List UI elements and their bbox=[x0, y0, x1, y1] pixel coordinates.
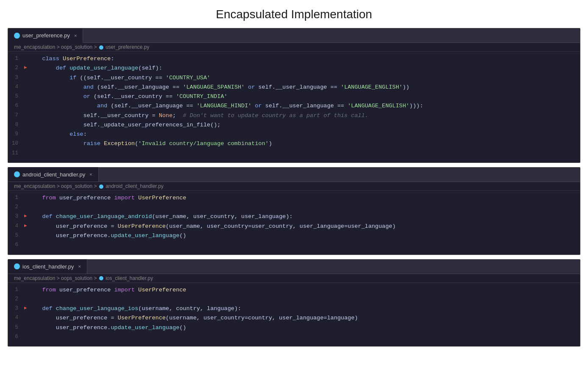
code-line: 5 or (self.__user_country == 'COUNTRY_IN… bbox=[8, 92, 580, 101]
tab-bar-3: ios_client_handler.py × bbox=[8, 260, 580, 274]
code-line: 4 user_preference = UserPreference(usern… bbox=[8, 313, 580, 323]
tab-user-preference[interactable]: user_preference.py × bbox=[8, 28, 83, 43]
tab-bar-1: user_preference.py × bbox=[8, 28, 580, 43]
tab-close-button-2[interactable]: × bbox=[89, 172, 92, 177]
code-line: 1 class UserPreference: bbox=[8, 54, 580, 64]
breadcrumb-text: me_encapsulation > oops_solution > user_… bbox=[14, 44, 150, 50]
tab-android-client[interactable]: android_client_handler.py × bbox=[8, 167, 99, 182]
breadcrumb-text-2: me_encapsulation > oops_solution > andro… bbox=[14, 183, 164, 189]
tab-close-button-3[interactable]: × bbox=[78, 264, 80, 269]
code-line: 4 ▶ user_preference = UserPreference(use… bbox=[8, 222, 580, 231]
code-line: 3 ▶ def change_user_language_android(use… bbox=[8, 212, 580, 221]
editor-panel-ios-client: ios_client_handler.py × me_encapsulation… bbox=[8, 259, 580, 347]
editor-panel-user-preference: user_preference.py × me_encapsulation > … bbox=[8, 28, 580, 163]
python-file-icon-2 bbox=[14, 171, 20, 177]
code-line: 3 ▶ def change_user_language_ios(usernam… bbox=[8, 304, 580, 313]
page-container: Encapsulated Implementation user_prefere… bbox=[0, 0, 588, 347]
code-line: 6 bbox=[8, 241, 580, 250]
breadcrumb-2: me_encapsulation > oops_solution > andro… bbox=[8, 182, 580, 191]
code-line: 3 if ((self.__user_country == 'COUNTRY_U… bbox=[8, 73, 580, 83]
code-area-1: 1 class UserPreference: 2 ▶ def update_u… bbox=[8, 52, 580, 162]
code-line: 10 raise Exception('Invalid country/lang… bbox=[8, 139, 580, 148]
editor-panel-android-client: android_client_handler.py × me_encapsula… bbox=[8, 167, 580, 255]
tab-label: android_client_handler.py bbox=[22, 171, 85, 178]
tab-label: ios_client_handler.py bbox=[22, 263, 74, 270]
code-line: 6 bbox=[8, 333, 580, 342]
code-line: 4 and (self.__user_language == 'LANGUAGE… bbox=[8, 83, 580, 92]
code-line: 6 and (self.__user_language == 'LANGUAGE… bbox=[8, 101, 580, 111]
code-line: 9 else: bbox=[8, 130, 580, 139]
code-line: 2 bbox=[8, 203, 580, 212]
python-file-icon bbox=[14, 33, 20, 39]
code-area-3: 1 from user_preference import UserPrefer… bbox=[8, 283, 580, 347]
tab-ios-client[interactable]: ios_client_handler.py × bbox=[8, 259, 87, 274]
code-line: 5 user_preference.update_user_language() bbox=[8, 323, 580, 333]
code-line: 11 bbox=[8, 149, 580, 158]
breadcrumb-text-3: me_encapsulation > oops_solution > ios_c… bbox=[14, 275, 153, 281]
code-line: 7 self.__user_country = None; # Don't wa… bbox=[8, 111, 580, 120]
page-title: Encapsulated Implementation bbox=[0, 0, 588, 28]
breadcrumb-3: me_encapsulation > oops_solution > ios_c… bbox=[8, 274, 580, 283]
code-line: 1 from user_preference import UserPrefer… bbox=[8, 193, 580, 203]
python-file-icon-3 bbox=[14, 263, 20, 269]
code-line: 5 user_preference.update_user_language() bbox=[8, 231, 580, 241]
tab-label: user_preference.py bbox=[22, 32, 70, 39]
code-line: 8 self._update_user_preferences_in_file(… bbox=[8, 120, 580, 130]
code-line: 1 from user_preference import UserPrefer… bbox=[8, 285, 580, 295]
tab-bar-2: android_client_handler.py × bbox=[8, 168, 580, 182]
breadcrumb-1: me_encapsulation > oops_solution > user_… bbox=[8, 43, 580, 52]
code-line: 2 bbox=[8, 295, 580, 304]
tab-close-button[interactable]: × bbox=[74, 33, 77, 38]
code-area-2: 1 from user_preference import UserPrefer… bbox=[8, 191, 580, 255]
code-line: 2 ▶ def update_user_language(self): bbox=[8, 64, 580, 73]
